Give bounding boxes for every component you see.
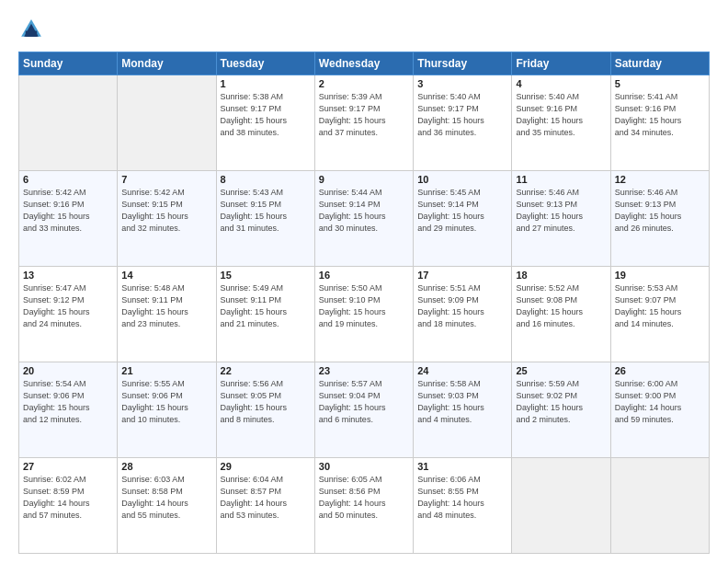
day-number: 25: [516, 365, 606, 376]
day-number: 29: [221, 461, 311, 472]
weekday-header-friday: Friday: [512, 52, 610, 75]
day-number: 28: [121, 461, 211, 472]
calendar-header: SundayMondayTuesdayWednesdayThursdayFrid…: [19, 52, 710, 75]
calendar-cell: 27Sunrise: 6:02 AM Sunset: 8:59 PM Dayli…: [19, 458, 118, 554]
calendar-cell: 19Sunrise: 5:53 AM Sunset: 9:07 PM Dayli…: [610, 267, 709, 362]
calendar-cell: 2Sunrise: 5:39 AM Sunset: 9:17 PM Daylig…: [314, 75, 413, 171]
day-info: Sunrise: 5:52 AM Sunset: 9:08 PM Dayligh…: [516, 282, 606, 330]
calendar-cell: 3Sunrise: 5:40 AM Sunset: 9:17 PM Daylig…: [414, 75, 512, 171]
page: SundayMondayTuesdayWednesdayThursdayFrid…: [0, 0, 728, 563]
calendar-body: 1Sunrise: 5:38 AM Sunset: 9:17 PM Daylig…: [19, 75, 710, 554]
week-row-5: 27Sunrise: 6:02 AM Sunset: 8:59 PM Dayli…: [19, 458, 710, 554]
day-info: Sunrise: 5:41 AM Sunset: 9:16 PM Dayligh…: [615, 91, 705, 139]
day-number: 12: [615, 174, 705, 185]
day-number: 31: [417, 461, 507, 472]
day-info: Sunrise: 5:44 AM Sunset: 9:14 PM Dayligh…: [319, 187, 409, 235]
day-info: Sunrise: 5:40 AM Sunset: 9:16 PM Dayligh…: [516, 91, 606, 139]
day-number: 20: [23, 365, 113, 376]
calendar-cell: 25Sunrise: 5:59 AM Sunset: 9:02 PM Dayli…: [512, 362, 610, 458]
week-row-2: 6Sunrise: 5:42 AM Sunset: 9:16 PM Daylig…: [19, 171, 710, 267]
weekday-header-monday: Monday: [118, 52, 216, 75]
day-number: 11: [516, 174, 606, 185]
day-info: Sunrise: 5:49 AM Sunset: 9:11 PM Dayligh…: [221, 282, 311, 330]
day-info: Sunrise: 5:47 AM Sunset: 9:12 PM Dayligh…: [23, 282, 113, 330]
calendar-cell: 31Sunrise: 6:06 AM Sunset: 8:55 PM Dayli…: [414, 458, 512, 554]
day-number: 22: [221, 365, 311, 376]
weekday-header-saturday: Saturday: [610, 52, 709, 75]
calendar-cell: 23Sunrise: 5:57 AM Sunset: 9:04 PM Dayli…: [314, 362, 413, 458]
calendar-cell: 6Sunrise: 5:42 AM Sunset: 9:16 PM Daylig…: [19, 171, 118, 267]
day-info: Sunrise: 6:04 AM Sunset: 8:57 PM Dayligh…: [221, 474, 311, 522]
day-number: 10: [417, 174, 507, 185]
day-info: Sunrise: 5:55 AM Sunset: 9:06 PM Dayligh…: [121, 378, 211, 426]
calendar-cell: 11Sunrise: 5:46 AM Sunset: 9:13 PM Dayli…: [512, 171, 610, 267]
day-info: Sunrise: 5:58 AM Sunset: 9:03 PM Dayligh…: [417, 378, 507, 426]
calendar-cell: 15Sunrise: 5:49 AM Sunset: 9:11 PM Dayli…: [216, 267, 314, 362]
day-info: Sunrise: 5:43 AM Sunset: 9:15 PM Dayligh…: [221, 187, 311, 235]
day-number: 7: [121, 174, 211, 185]
calendar-cell: [512, 458, 610, 554]
calendar-cell: 24Sunrise: 5:58 AM Sunset: 9:03 PM Dayli…: [414, 362, 512, 458]
calendar-cell: 8Sunrise: 5:43 AM Sunset: 9:15 PM Daylig…: [216, 171, 314, 267]
week-row-3: 13Sunrise: 5:47 AM Sunset: 9:12 PM Dayli…: [19, 267, 710, 362]
day-number: 27: [23, 461, 113, 472]
day-info: Sunrise: 5:50 AM Sunset: 9:10 PM Dayligh…: [319, 282, 409, 330]
day-info: Sunrise: 5:51 AM Sunset: 9:09 PM Dayligh…: [417, 282, 507, 330]
day-number: 9: [319, 174, 409, 185]
day-info: Sunrise: 5:53 AM Sunset: 9:07 PM Dayligh…: [615, 282, 705, 330]
day-info: Sunrise: 6:00 AM Sunset: 9:00 PM Dayligh…: [615, 378, 705, 426]
weekday-header-wednesday: Wednesday: [314, 52, 413, 75]
svg-rect-2: [26, 31, 37, 37]
calendar-cell: 26Sunrise: 6:00 AM Sunset: 9:00 PM Dayli…: [610, 362, 709, 458]
calendar-cell: 4Sunrise: 5:40 AM Sunset: 9:16 PM Daylig…: [512, 75, 610, 171]
calendar-cell: 10Sunrise: 5:45 AM Sunset: 9:14 PM Dayli…: [414, 171, 512, 267]
day-number: 24: [417, 365, 507, 376]
day-info: Sunrise: 6:03 AM Sunset: 8:58 PM Dayligh…: [121, 474, 211, 522]
day-info: Sunrise: 5:42 AM Sunset: 9:16 PM Dayligh…: [23, 187, 113, 235]
calendar-cell: 9Sunrise: 5:44 AM Sunset: 9:14 PM Daylig…: [314, 171, 413, 267]
calendar-cell: 30Sunrise: 6:05 AM Sunset: 8:56 PM Dayli…: [314, 458, 413, 554]
day-number: 4: [516, 78, 606, 89]
day-number: 21: [121, 365, 211, 376]
day-info: Sunrise: 5:57 AM Sunset: 9:04 PM Dayligh…: [319, 378, 409, 426]
logo-icon: [18, 17, 44, 42]
calendar-cell: 1Sunrise: 5:38 AM Sunset: 9:17 PM Daylig…: [216, 75, 314, 171]
calendar-cell: 12Sunrise: 5:46 AM Sunset: 9:13 PM Dayli…: [610, 171, 709, 267]
day-info: Sunrise: 5:46 AM Sunset: 9:13 PM Dayligh…: [615, 187, 705, 235]
calendar-cell: [19, 75, 118, 171]
header: [18, 17, 710, 42]
week-row-1: 1Sunrise: 5:38 AM Sunset: 9:17 PM Daylig…: [19, 75, 710, 171]
calendar-cell: 14Sunrise: 5:48 AM Sunset: 9:11 PM Dayli…: [118, 267, 216, 362]
calendar: SundayMondayTuesdayWednesdayThursdayFrid…: [18, 52, 710, 554]
calendar-cell: 22Sunrise: 5:56 AM Sunset: 9:05 PM Dayli…: [216, 362, 314, 458]
day-number: 16: [319, 270, 409, 281]
day-number: 3: [417, 78, 507, 89]
day-info: Sunrise: 5:39 AM Sunset: 9:17 PM Dayligh…: [319, 91, 409, 139]
calendar-cell: 21Sunrise: 5:55 AM Sunset: 9:06 PM Dayli…: [118, 362, 216, 458]
calendar-cell: 29Sunrise: 6:04 AM Sunset: 8:57 PM Dayli…: [216, 458, 314, 554]
calendar-cell: 17Sunrise: 5:51 AM Sunset: 9:09 PM Dayli…: [414, 267, 512, 362]
day-info: Sunrise: 6:02 AM Sunset: 8:59 PM Dayligh…: [23, 474, 113, 522]
day-info: Sunrise: 5:48 AM Sunset: 9:11 PM Dayligh…: [121, 282, 211, 330]
calendar-cell: 18Sunrise: 5:52 AM Sunset: 9:08 PM Dayli…: [512, 267, 610, 362]
day-info: Sunrise: 5:56 AM Sunset: 9:05 PM Dayligh…: [221, 378, 311, 426]
day-number: 6: [23, 174, 113, 185]
day-info: Sunrise: 5:45 AM Sunset: 9:14 PM Dayligh…: [417, 187, 507, 235]
weekday-header-sunday: Sunday: [19, 52, 118, 75]
calendar-cell: 7Sunrise: 5:42 AM Sunset: 9:15 PM Daylig…: [118, 171, 216, 267]
calendar-cell: 5Sunrise: 5:41 AM Sunset: 9:16 PM Daylig…: [610, 75, 709, 171]
calendar-cell: 13Sunrise: 5:47 AM Sunset: 9:12 PM Dayli…: [19, 267, 118, 362]
day-info: Sunrise: 6:05 AM Sunset: 8:56 PM Dayligh…: [319, 474, 409, 522]
calendar-cell: [610, 458, 709, 554]
day-number: 2: [319, 78, 409, 89]
day-info: Sunrise: 5:42 AM Sunset: 9:15 PM Dayligh…: [121, 187, 211, 235]
logo: [18, 17, 48, 42]
weekday-row: SundayMondayTuesdayWednesdayThursdayFrid…: [19, 52, 710, 75]
day-number: 13: [23, 270, 113, 281]
day-number: 17: [417, 270, 507, 281]
weekday-header-tuesday: Tuesday: [216, 52, 314, 75]
day-number: 23: [319, 365, 409, 376]
calendar-cell: [118, 75, 216, 171]
day-info: Sunrise: 6:06 AM Sunset: 8:55 PM Dayligh…: [417, 474, 507, 522]
day-info: Sunrise: 5:46 AM Sunset: 9:13 PM Dayligh…: [516, 187, 606, 235]
